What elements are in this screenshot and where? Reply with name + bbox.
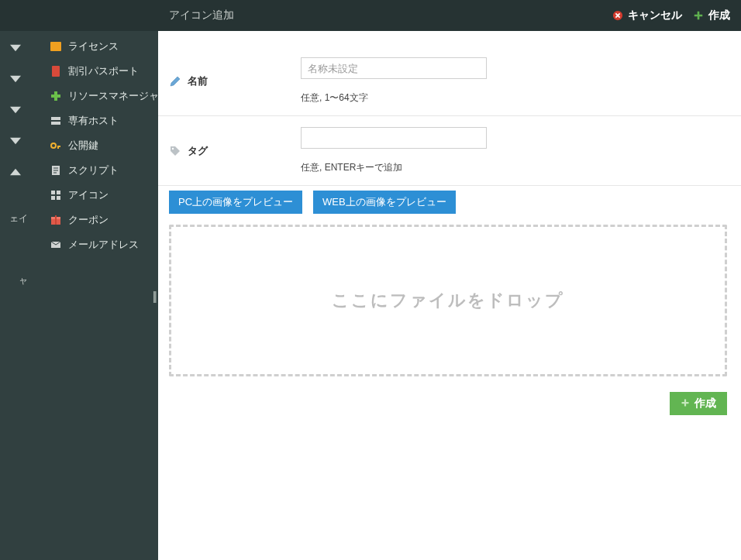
svg-rect-2 <box>51 117 60 120</box>
svg-point-4 <box>51 143 56 148</box>
left-rail: ェイ ャ <box>0 0 31 560</box>
rail-text-1: ェイ <box>0 187 31 249</box>
name-label-wrap: 名前 <box>169 57 301 88</box>
rail-collapse-1[interactable] <box>0 33 31 64</box>
sidebar-item-coupon[interactable]: クーポン <box>31 208 158 232</box>
sidebar-item-resource[interactable]: リソースマネージャ <box>31 84 158 108</box>
svg-rect-8 <box>51 196 55 200</box>
tag-icon <box>169 145 181 157</box>
file-dropzone[interactable]: ここにファイルをドロップ <box>169 225 727 376</box>
passport-icon <box>50 65 62 77</box>
rail-text-2: ャ <box>0 249 31 311</box>
tag-label: タグ <box>188 144 208 158</box>
plus-icon <box>681 397 690 410</box>
pencil-icon <box>169 75 181 88</box>
license-icon <box>50 40 62 53</box>
tag-label-wrap: タグ <box>169 127 301 158</box>
rail-collapse-3[interactable] <box>0 94 31 125</box>
form-row-name: 名前 任意, 1〜64文字 <box>158 46 741 116</box>
sidebar-drag-handle[interactable]: ||| <box>153 290 155 304</box>
host-icon <box>50 115 62 127</box>
rail-collapse-2[interactable] <box>0 64 31 94</box>
modal-title: アイコン追加 <box>169 9 234 22</box>
close-icon <box>612 10 623 21</box>
content-pane: 名前 任意, 1〜64文字 タグ 任意, ENTERキーで追加 PC上の画像をプ… <box>158 31 741 560</box>
svg-rect-6 <box>51 191 55 194</box>
resource-icon <box>50 90 62 102</box>
preview-button-row: PC上の画像をプレビュー WEB上の画像をプレビュー <box>158 186 741 222</box>
svg-rect-7 <box>57 191 60 194</box>
svg-point-14 <box>172 148 174 149</box>
rail-expand-5[interactable] <box>0 156 31 187</box>
topbar: アイコン追加 キャンセル 作成 <box>0 0 741 31</box>
svg-rect-1 <box>52 66 60 77</box>
script-icon <box>50 164 62 177</box>
sidebar-item-license[interactable]: ライセンス <box>31 34 158 59</box>
create-button-top[interactable]: 作成 <box>693 9 730 22</box>
form-row-tag: タグ 任意, ENTERキーで追加 <box>158 116 741 186</box>
sidebar-item-mail[interactable]: メールアドレス <box>31 232 158 257</box>
mail-icon <box>50 239 62 251</box>
sidebar: ライセンス 割引パスポート リソースマネージャ 専有ホスト 公開鍵 スクリプト <box>31 0 158 560</box>
svg-rect-3 <box>51 122 60 125</box>
cancel-button[interactable]: キャンセル <box>612 9 682 22</box>
coupon-icon <box>50 214 62 226</box>
tag-help: 任意, ENTERキーで追加 <box>301 161 727 174</box>
key-icon <box>50 139 62 152</box>
plus-icon <box>693 10 704 21</box>
dropzone-label: ここにファイルをドロップ <box>332 289 564 312</box>
sidebar-item-passport[interactable]: 割引パスポート <box>31 59 158 84</box>
preview-web-button[interactable]: WEB上の画像をプレビュー <box>313 191 456 214</box>
svg-rect-12 <box>55 215 57 225</box>
svg-rect-9 <box>57 196 60 200</box>
sidebar-item-script[interactable]: スクリプト <box>31 158 158 183</box>
create-button-bottom[interactable]: 作成 <box>670 392 727 415</box>
sidebar-item-icon[interactable]: アイコン <box>31 183 158 208</box>
name-input[interactable] <box>301 57 487 79</box>
grid-icon <box>50 189 62 201</box>
tag-input[interactable] <box>301 127 487 149</box>
rail-collapse-4[interactable] <box>0 125 31 156</box>
sidebar-item-host[interactable]: 専有ホスト <box>31 108 158 133</box>
preview-pc-button[interactable]: PC上の画像をプレビュー <box>169 191 302 214</box>
name-label: 名前 <box>188 74 208 88</box>
name-help: 任意, 1〜64文字 <box>301 91 727 105</box>
sidebar-item-pubkey[interactable]: 公開鍵 <box>31 133 158 158</box>
